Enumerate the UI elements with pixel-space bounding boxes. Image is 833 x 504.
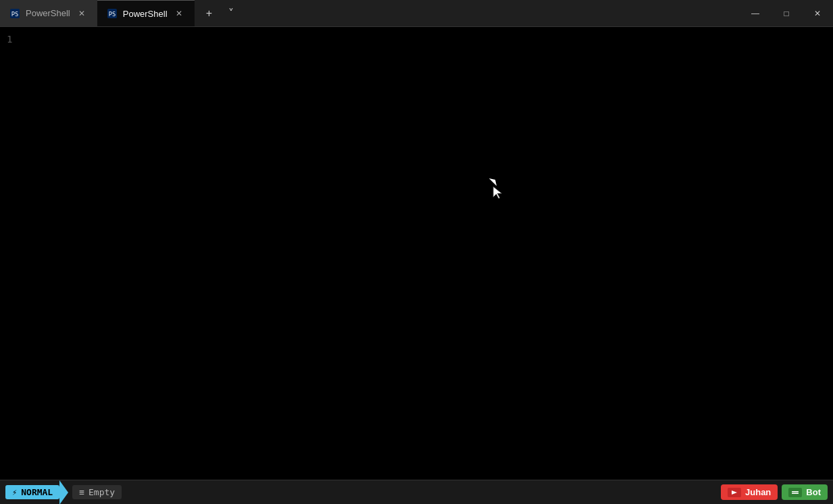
bot-icon bbox=[788, 488, 802, 497]
title-bar: PS PowerShell ✕ PS PowerShell ✕ + ˅ — □ bbox=[0, 0, 833, 27]
window-controls: — □ ✕ bbox=[740, 0, 833, 26]
empty-badge: ≡ Empty bbox=[72, 485, 122, 499]
bot-badge: Bot bbox=[782, 484, 828, 500]
user-badge: Juhan bbox=[721, 484, 778, 500]
powershell-icon-1: PS bbox=[9, 8, 20, 19]
line-number: 1 bbox=[7, 32, 12, 47]
minimize-button[interactable]: — bbox=[740, 0, 771, 26]
mode-icon: ⚡ bbox=[12, 488, 17, 497]
svg-text:PS: PS bbox=[11, 10, 19, 17]
tab-powershell-1[interactable]: PS PowerShell ✕ bbox=[0, 0, 97, 26]
bot-label: Bot bbox=[806, 487, 821, 497]
file-icon: ≡ bbox=[79, 487, 84, 497]
powershell-icon-2: PS bbox=[107, 8, 118, 19]
tab-close-2[interactable]: ✕ bbox=[173, 7, 185, 20]
user-icon bbox=[728, 488, 741, 497]
terminal-body[interactable]: 1 bbox=[0, 27, 833, 480]
dropdown-button[interactable]: ˅ bbox=[222, 4, 241, 23]
status-bar: ⚡ NORMAL ≡ Empty Juhan bbox=[0, 480, 833, 504]
file-label: Empty bbox=[89, 487, 115, 497]
status-right: Juhan Bot bbox=[721, 484, 828, 500]
maximize-button[interactable]: □ bbox=[771, 0, 802, 26]
status-left: ⚡ NORMAL ≡ Empty bbox=[5, 480, 122, 505]
tab-powershell-2[interactable]: PS PowerShell ✕ bbox=[97, 0, 195, 26]
mode-label: NORMAL bbox=[21, 487, 53, 497]
mode-badge: ⚡ NORMAL bbox=[5, 485, 59, 499]
svg-rect-8 bbox=[792, 493, 799, 494]
add-tab-button[interactable]: + bbox=[200, 4, 219, 23]
tab-label-1: PowerShell bbox=[26, 8, 70, 18]
close-button[interactable]: ✕ bbox=[802, 0, 833, 26]
svg-text:PS: PS bbox=[109, 11, 116, 18]
tab-group: PS PowerShell ✕ PS PowerShell ✕ + ˅ bbox=[0, 0, 246, 26]
tab-actions: + ˅ bbox=[195, 0, 246, 26]
svg-rect-6 bbox=[790, 489, 800, 496]
mode-arrow bbox=[59, 480, 68, 505]
svg-rect-7 bbox=[792, 491, 799, 493]
mode-section: ⚡ NORMAL bbox=[5, 480, 68, 505]
tab-label-2: PowerShell bbox=[123, 9, 168, 19]
tab-close-1[interactable]: ✕ bbox=[76, 7, 88, 20]
user-label: Juhan bbox=[745, 487, 771, 497]
